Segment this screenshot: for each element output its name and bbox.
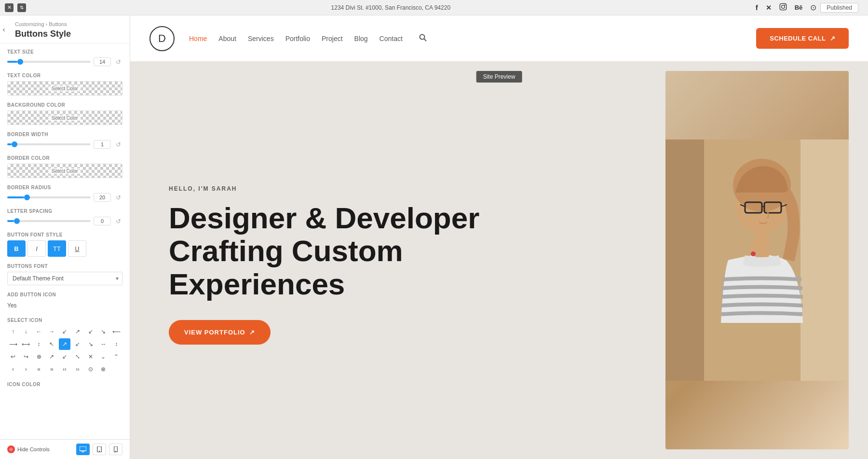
icon-down[interactable]: ↓: [20, 326, 32, 337]
icon-lr[interactable]: ⟷: [20, 338, 32, 350]
icon-ud[interactable]: ↕: [33, 338, 45, 350]
schedule-call-button[interactable]: SCHEDULE CALL ↗: [756, 28, 849, 49]
icon-chevd[interactable]: ⌄: [97, 351, 109, 362]
letter-spacing-slider[interactable]: [7, 220, 91, 222]
svg-point-10: [420, 34, 424, 39]
icon-grid: ↑ ↓ ← → ↙ ↗ ↙ ↘ ⟵ ⟶ ⟷ ↕ ↖ ↗ ↙ ↘ ↔: [7, 326, 122, 375]
background-color-control: BACKGROUND COLOR Select Color: [7, 102, 122, 125]
svg-point-9: [115, 451, 116, 452]
icon-dbl1[interactable]: «: [33, 363, 45, 375]
nav-blog[interactable]: Blog: [354, 35, 368, 42]
icon-v[interactable]: ↕: [110, 338, 122, 350]
icon-ul[interactable]: ↙: [59, 326, 70, 337]
icon-chev3[interactable]: ‹: [7, 363, 19, 375]
icon-up[interactable]: ↑: [7, 326, 19, 337]
icon-nw[interactable]: ↖: [46, 338, 57, 350]
text-size-input[interactable]: [94, 57, 111, 66]
icon-chev2[interactable]: ⌃: [110, 351, 122, 362]
text-size-slider[interactable]: [7, 61, 91, 63]
hide-controls-button[interactable]: ⊖ Hide Controls: [7, 445, 50, 453]
border-radius-reset[interactable]: ↺: [114, 193, 122, 202]
swap-button[interactable]: ⇅: [17, 3, 26, 12]
border-radius-control: BORDER RADIUS ↺: [7, 185, 122, 202]
icon-exp[interactable]: ↗: [46, 351, 57, 362]
svg-rect-13: [665, 139, 704, 381]
icon-h[interactable]: ↔: [97, 338, 109, 350]
icon-left[interactable]: ←: [33, 326, 45, 337]
border-radius-slider[interactable]: [7, 196, 91, 198]
twitter-icon[interactable]: ✕: [766, 4, 772, 12]
letter-spacing-input[interactable]: [94, 217, 111, 225]
border-radius-input[interactable]: [94, 193, 111, 202]
text-color-swatch[interactable]: Select Color: [7, 81, 122, 96]
border-width-reset[interactable]: ↺: [114, 140, 122, 149]
site-address: 1234 Divi St. #1000, San Francisco, CA 9…: [30, 4, 752, 11]
hero-subtitle: HELLO, I'M SARAH: [169, 185, 627, 192]
border-color-swatch[interactable]: Select Color: [7, 164, 122, 178]
nav-project[interactable]: Project: [322, 35, 343, 42]
icon-dbl2[interactable]: »: [46, 363, 57, 375]
published-button[interactable]: Published: [820, 3, 858, 13]
icon-right2[interactable]: ⟶: [7, 338, 19, 350]
icon-circle[interactable]: ⊙: [85, 363, 96, 375]
letter-spacing-control: LETTER SPACING ↺: [7, 209, 122, 225]
buttons-font-control: BUTTONS FONT Default Theme Font Open San…: [7, 264, 122, 285]
site-hero: Site Preview HELLO, I'M SARAH Designer &…: [130, 61, 868, 459]
icon-shrink[interactable]: ↙: [59, 351, 70, 362]
hero-image: [665, 71, 849, 449]
icon-sw[interactable]: ↙: [72, 338, 83, 350]
bold-button[interactable]: B: [7, 240, 26, 257]
icon-chev4[interactable]: ›: [20, 363, 32, 375]
nav-contact[interactable]: Contact: [380, 35, 403, 42]
tt-button[interactable]: TT: [48, 240, 66, 257]
svg-point-2: [784, 4, 785, 5]
nav-portfolio[interactable]: Portfolio: [285, 35, 310, 42]
icon-ne[interactable]: ↗: [59, 338, 70, 350]
buttons-font-select[interactable]: Default Theme Font Open Sans Roboto Lato: [7, 272, 122, 285]
icon-right[interactable]: →: [46, 326, 57, 337]
dribbble-icon[interactable]: ⊙: [810, 3, 816, 12]
add-button-icon-control: ADD BUTTON ICON Yes: [7, 292, 122, 311]
icon-se[interactable]: ↘: [85, 338, 96, 350]
icon-diag[interactable]: ⤡: [72, 351, 83, 362]
behance-icon[interactable]: Bē: [795, 4, 803, 11]
desktop-view-button[interactable]: [76, 444, 90, 455]
icon-cross2[interactable]: ⊗: [97, 363, 109, 375]
icon-move[interactable]: ⊕: [33, 351, 45, 362]
search-icon[interactable]: [419, 34, 427, 43]
text-size-reset[interactable]: ↺: [114, 57, 122, 66]
site-logo: D: [149, 26, 175, 51]
icon-ret2[interactable]: ↪: [20, 351, 32, 362]
nav-home[interactable]: Home: [189, 35, 207, 42]
border-width-input[interactable]: [94, 140, 111, 149]
instagram-icon[interactable]: [779, 3, 787, 12]
icon-cross[interactable]: ✕: [85, 351, 96, 362]
svg-point-7: [99, 451, 99, 452]
hero-content: HELLO, I'M SARAH Designer & Developer Cr…: [130, 61, 665, 459]
nav-services[interactable]: Services: [248, 35, 274, 42]
icon-dbl4[interactable]: ››: [72, 363, 83, 375]
icon-ret[interactable]: ↩: [7, 351, 19, 362]
italic-button[interactable]: I: [27, 240, 46, 257]
text-color-control: TEXT COLOR Select Color: [7, 73, 122, 96]
tablet-view-button[interactable]: [93, 444, 106, 455]
icon-dl[interactable]: ↙: [85, 326, 96, 337]
site-preview-label: Site Preview: [476, 71, 522, 83]
facebook-icon[interactable]: f: [756, 3, 758, 12]
letter-spacing-reset[interactable]: ↺: [114, 217, 122, 225]
view-portfolio-button[interactable]: VIEW PORTFOLIO ↗: [169, 320, 271, 345]
background-color-swatch[interactable]: Select Color: [7, 111, 122, 125]
mobile-view-button[interactable]: [109, 444, 122, 455]
svg-rect-0: [780, 3, 786, 10]
back-button[interactable]: ‹: [0, 25, 9, 34]
nav-about[interactable]: About: [218, 35, 236, 42]
border-width-slider[interactable]: [7, 143, 91, 145]
icon-left2[interactable]: ⟵: [110, 326, 122, 337]
close-button[interactable]: ✕: [5, 3, 14, 12]
icon-dbl3[interactable]: ‹‹: [59, 363, 70, 375]
icon-dr[interactable]: ↘: [97, 326, 109, 337]
icon-ur[interactable]: ↗: [72, 326, 83, 337]
panel-title: Buttons Style: [15, 29, 122, 39]
underline-button[interactable]: U: [68, 240, 86, 257]
icon-color-control: ICON COLOR: [7, 382, 122, 387]
